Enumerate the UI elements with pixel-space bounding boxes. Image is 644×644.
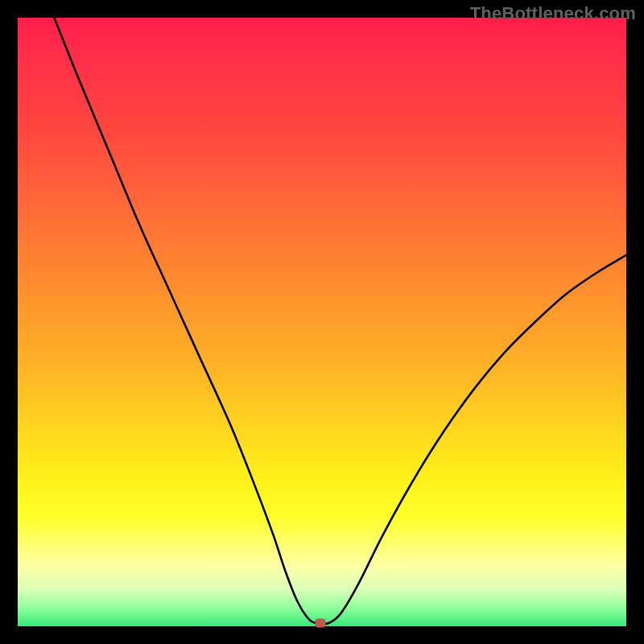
bottleneck-curve <box>54 18 626 624</box>
curve-svg <box>18 18 626 626</box>
plot-area <box>18 18 626 626</box>
optimal-point-marker <box>315 619 325 628</box>
watermark-text: TheBottleneck.com <box>470 3 636 24</box>
chart-frame: TheBottleneck.com <box>0 0 644 644</box>
